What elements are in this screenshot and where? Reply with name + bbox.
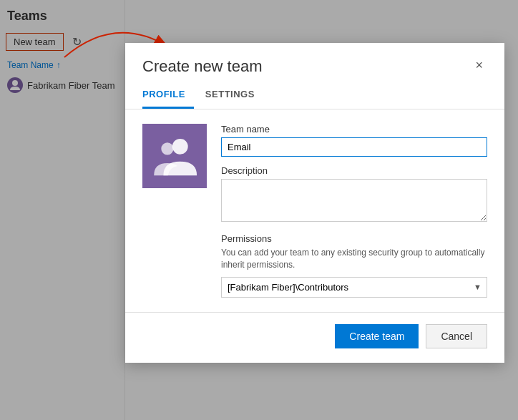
close-button[interactable]: × bbox=[471, 57, 487, 73]
tab-settings[interactable]: SETTINGS bbox=[205, 83, 263, 109]
modal-title: Create new team bbox=[142, 57, 263, 76]
modal-tabs: PROFILE SETTINGS bbox=[125, 83, 504, 109]
team-name-input[interactable] bbox=[221, 137, 487, 157]
team-icon-placeholder bbox=[142, 124, 207, 188]
modal-header: Create new team × bbox=[125, 43, 504, 83]
permissions-description: You can add your team to any existing se… bbox=[221, 247, 487, 271]
modal-footer: Create team Cancel bbox=[125, 312, 504, 363]
modal-form: Team name Description Permissions You ca… bbox=[221, 124, 487, 298]
modal-body: Team name Description Permissions You ca… bbox=[125, 109, 504, 312]
svg-point-2 bbox=[172, 139, 188, 155]
permissions-select[interactable]: [Fabrikam Fiber]\Contributors bbox=[221, 277, 487, 298]
svg-point-3 bbox=[161, 142, 173, 155]
team-icon-svg bbox=[150, 131, 200, 181]
create-team-button[interactable]: Create team bbox=[335, 324, 419, 348]
cancel-button[interactable]: Cancel bbox=[426, 324, 487, 348]
tab-profile[interactable]: PROFILE bbox=[142, 83, 194, 109]
permissions-select-wrapper: [Fabrikam Fiber]\Contributors ▼ bbox=[221, 277, 487, 298]
create-team-modal: Create new team × PROFILE SETTINGS Team … bbox=[125, 43, 504, 363]
description-input[interactable] bbox=[221, 179, 487, 222]
team-name-label: Team name bbox=[221, 124, 487, 135]
description-label: Description bbox=[221, 165, 487, 176]
permissions-label: Permissions bbox=[221, 233, 487, 244]
